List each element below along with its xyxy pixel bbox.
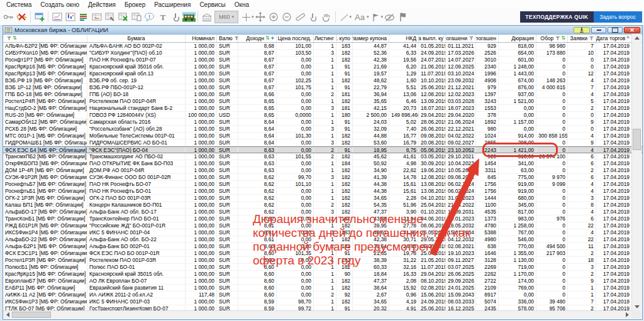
horizontal-scroll-thumb[interactable] [12,312,51,318]
table-row[interactable]: КрасЯрКр16 [МБ ФР: Облигации]Красноярски… [3,63,642,70]
table-cell[interactable]: АльфаБО-22 [МБ ФР: Облигации] [3,236,87,242]
column-header[interactable]: Размер купона [353,35,389,42]
table-cell[interactable]: 02.08.2021 [446,243,476,249]
table-cell[interactable]: 8,67 [238,70,277,77]
table-row[interactable]: ЕАБР11 [МБ ФР: Облигации]Евразийский бан… [3,285,642,291]
table-cell[interactable]: 184 [336,160,353,166]
table-cell[interactable]: Красноярский край 35015 обл. [87,271,186,277]
table-row[interactable]: ФСК ЕЭС1Р1 [МБ ФР: Облигации]ФСК ЕЭС ПАО… [3,250,642,257]
table-cell[interactable]: SUR [217,139,238,146]
table-cell[interactable]: 3128 [476,257,499,263]
table-cell[interactable]: 0 [568,63,596,70]
table-cell[interactable]: 0,00 [277,105,314,111]
table-cell[interactable]: 4 [568,209,596,215]
table-cell[interactable]: 0,00 [277,147,314,153]
table-cell[interactable]: 1 [314,112,336,118]
table-cell[interactable]: 29.10.2021 [446,153,476,160]
table-cell[interactable]: 719,00 [499,264,536,270]
table-cell[interactable]: 1 355,00 [499,250,536,256]
table-cell[interactable]: 17.04.2019 [596,84,632,90]
table-cell[interactable]: 1 170,00 [499,271,536,277]
table-cell[interactable]: 17.04.2019 [596,126,632,132]
table-cell[interactable]: 0 [536,195,568,201]
table-cell[interactable]: ФСК ЕЭС1Р1 [МБ ФР: Облигации] [3,250,87,256]
table-cell[interactable]: 1 [314,188,336,194]
table-cell[interactable]: 98,70 [277,298,314,305]
table-cell[interactable]: 494 500 [536,243,568,249]
table-cell[interactable]: 16,33 [389,271,419,277]
table-cell[interactable]: 378 [476,112,499,118]
table-cell[interactable]: 0,00 [499,105,536,111]
table-cell[interactable]: 29.09.2026 [446,278,476,284]
table-cell[interactable]: 19.10.2023 [446,250,476,256]
table-cell[interactable]: SUR [217,160,238,166]
table-cell[interactable]: 0,00 [277,167,314,173]
table-cell[interactable]: SUR [217,257,238,263]
flag-tool-icon[interactable] [396,11,409,23]
trades-icon[interactable] [90,11,103,23]
table-cell[interactable]: 182 [336,222,353,229]
table-cell[interactable]: 983,00 [499,215,536,222]
table-cell[interactable]: 17.04.2019 [596,222,632,229]
table-cell[interactable]: Полюс ПАО БО-01 [87,264,186,270]
window-titlebar[interactable]: Московская биржа - ОБЛИГАЦИИ ✕ [3,26,642,35]
table-cell[interactable]: 26.06.2019 [419,126,446,132]
table-cell[interactable]: 2 [568,250,596,256]
table-cell[interactable]: 1 [314,250,336,256]
table-cell[interactable]: 182 [336,278,353,284]
table-cell[interactable]: 24.09.2019 [419,298,446,305]
table-cell[interactable]: 680,00 [499,195,536,201]
table-cell[interactable]: 17.04.2019 [596,139,632,146]
table-cell[interactable]: 1 000,00 [186,181,217,187]
table-cell[interactable]: 0,00 [277,229,314,236]
table-row[interactable]: КрасЯрКр15 [МБ ФР: Облигации]Красноярски… [3,271,642,278]
pan-hand-icon[interactable] [320,11,333,23]
table-cell[interactable]: Красноярский край 35016 обл. [87,63,186,70]
table-cell[interactable]: 29.05.2019 [419,236,446,242]
table-cell[interactable]: 173 880 [536,50,568,56]
table-cell[interactable]: 101,75 [277,84,314,90]
table-cell[interactable]: 1 000,00 [186,243,217,249]
connect-key-icon[interactable] [2,11,15,23]
table-cell[interactable]: 19,78 [389,250,419,256]
table-cell[interactable]: 17.04.2019 [596,63,632,70]
table-cell[interactable]: 8,67 [238,50,277,56]
table-cell[interactable]: 0,00 [277,264,314,270]
table-cell[interactable]: SUR [217,77,238,84]
table-cell[interactable]: 50,92 [353,160,389,166]
table-cell[interactable]: 2 [568,167,596,173]
table-cell[interactable]: 2526 [476,50,499,56]
table-cell[interactable]: 09.11.2027 [446,257,476,263]
table-cell[interactable]: SUR [217,167,238,173]
table-cell[interactable]: ИА АИЖК 2011-2 об.кл.А2 [87,291,186,298]
table-cell[interactable]: 3 [568,264,596,270]
table-cell[interactable]: 47,37 [353,209,389,215]
table-cell[interactable]: 22 [568,236,596,242]
table-cell[interactable]: 21,69 [353,63,389,70]
table-cell[interactable]: 19,56 [389,57,419,63]
scroll-up-icon[interactable] [632,34,641,42]
table-cell[interactable]: ЕвропланБ7 [МБ ФР: Облигации] [3,278,87,284]
table-cell[interactable]: 775,00 [499,174,536,180]
table-cell[interactable]: 5 [568,98,596,104]
table-cell[interactable]: 1646 [476,250,499,256]
table-cell[interactable]: 300 858 155 [536,133,568,139]
table-cell[interactable]: 03.10.2024 [446,70,476,77]
table-cell[interactable]: 117,48 [186,291,217,298]
table-cell[interactable]: 09.02.2027 [446,139,476,146]
table-cell[interactable]: 9 [568,139,596,146]
table-cell[interactable]: 2 [314,147,336,153]
table-cell[interactable]: 2 [568,271,596,277]
table-cell[interactable]: Альфа-Банк АО обл. БО-17 [87,209,186,215]
table-cell[interactable]: ИКС 5 ФИНАНС 001Р-04 [87,229,186,236]
table-cell[interactable]: 937,00 [499,91,536,97]
column-header[interactable]: Номинал [186,35,217,42]
table-cell[interactable]: 1 [314,236,336,242]
table-cell[interactable]: 601,00 [499,57,536,63]
table-row[interactable]: Альфа-Б2Р1 [МБ ФР: Облигации]Альфа-Банк … [3,243,642,250]
table-cell[interactable]: SUR [217,84,238,90]
table-cell[interactable]: 8,67 [238,77,277,84]
table-cell[interactable]: ДОМ.РФ АО 001Р-04R [87,167,186,173]
table-cell[interactable]: SUR [217,70,238,77]
table-cell[interactable]: 1 [314,222,336,229]
